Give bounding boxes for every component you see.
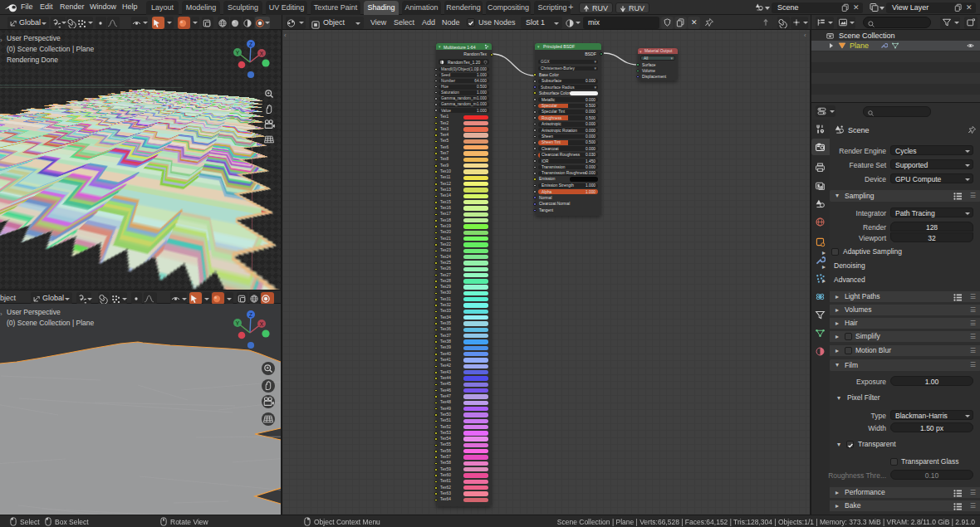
svg-text:Y: Y — [236, 320, 240, 326]
svg-text:Z: Z — [249, 41, 252, 47]
svg-text:Z: Z — [249, 312, 252, 318]
svg-text:Y: Y — [236, 50, 240, 56]
svg-text:X: X — [260, 321, 264, 327]
svg-text:X: X — [260, 51, 264, 56]
